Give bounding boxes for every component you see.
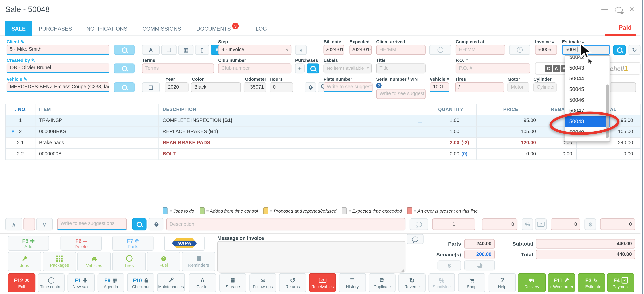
subtotal-input[interactable]: 440.00 [536, 239, 635, 248]
follow-ups-button[interactable]: ✉ Follow-ups [249, 273, 276, 292]
move-down-button[interactable]: ∨ [36, 218, 53, 230]
exit-button[interactable]: F12✕ Exit [8, 273, 36, 292]
created-by-search-button[interactable] [114, 64, 135, 74]
tab-documents[interactable]: DOCUMENTS [196, 26, 231, 32]
napa-button[interactable]: NAPA [164, 236, 204, 251]
description-input[interactable]: Description [166, 218, 406, 230]
quantity-input[interactable]: 1 [432, 218, 476, 230]
serial-vin-input[interactable]: Write to see suggesti [376, 89, 426, 99]
estimate-button[interactable]: F3✎ + Estimate [578, 273, 605, 292]
returns-button[interactable]: ↺ Returns [279, 273, 306, 292]
tab-notifications[interactable]: NOTIFICATIONS [86, 26, 128, 32]
tires-input[interactable]: / [455, 82, 504, 92]
item-suggestions-input[interactable]: Write to see suggestions [57, 218, 127, 230]
year-input[interactable]: 2020 [165, 82, 188, 92]
rebate-input[interactable]: 0 [551, 218, 580, 230]
invoice-message-textarea[interactable]: ◢ [217, 241, 406, 272]
car-lot-button[interactable]: A Car lot [189, 273, 216, 292]
help-button[interactable]: ? Help [488, 273, 516, 292]
plate-number-input[interactable]: Write to see suggesti [324, 82, 372, 92]
price-input[interactable]: 0 [482, 218, 517, 230]
reverse-button[interactable]: ↻ Reverse [398, 273, 426, 292]
table-row[interactable]: 2.2 0000000B BOLT 0.00(0) 0.00 0.00 0.00 [6, 149, 640, 160]
delete-line-button[interactable]: F6▬ Delete [60, 236, 102, 251]
serial-help-icon[interactable]: ? [376, 83, 382, 88]
created-by-input[interactable]: OB - Olivier Brunel [6, 64, 110, 74]
agenda-button[interactable]: F9▦ Agenda [98, 273, 124, 292]
color-input[interactable]: Black [191, 82, 241, 92]
table-row[interactable]: 1 TRA-INSP COMPLETE INSPECTION (B1)≣ 1.0… [6, 115, 640, 126]
client-calendar-button[interactable]: ▦ [178, 45, 194, 55]
tab-commissions[interactable]: COMMISSIONS [142, 26, 181, 32]
money-toggle-button[interactable]: $ [438, 260, 461, 270]
completed-at-clock-button[interactable] [509, 45, 530, 55]
history-button[interactable]: ≣ History [339, 273, 366, 292]
vehicles-button[interactable]: Vehicles [77, 252, 110, 271]
reminders-button[interactable]: Reminders [182, 252, 215, 271]
close-icon[interactable]: ✕ [629, 5, 634, 13]
dropdown-option[interactable]: 50046 [565, 95, 610, 105]
duplicate-button[interactable]: ⧉ Duplicate [369, 273, 396, 292]
tab-log[interactable]: LOG [256, 26, 267, 32]
item-header[interactable]: ITEM [35, 104, 159, 115]
chat-icon[interactable] [615, 7, 623, 15]
table-row[interactable]: ▼2 00000BRKS REPLACE BRAKES (B1) 1.00 10… [6, 126, 640, 138]
expander-chevron-icon[interactable]: ▼ [11, 126, 15, 137]
time-control-button[interactable]: Time control [38, 273, 65, 292]
dropdown-option[interactable]: 50044 [565, 73, 610, 84]
client-search-button[interactable] [114, 45, 135, 55]
price-header[interactable]: PRICE [476, 104, 546, 115]
maintenances-button[interactable]: Maintenances [157, 273, 185, 292]
purchases-add-button[interactable]: + [295, 64, 304, 74]
client-note-button[interactable]: ❏ [162, 45, 177, 55]
add-line-button[interactable]: F5✚ Add [8, 236, 49, 251]
receivables-button[interactable]: Receivables [309, 273, 336, 292]
work-order-button[interactable]: F11 + Work order [548, 273, 575, 292]
quantity-header[interactable]: QUANTITY [425, 104, 476, 115]
pie-chart-button[interactable] [464, 260, 495, 270]
fuel-button[interactable]: Fuel [147, 252, 180, 271]
completed-at-input[interactable]: HH:MM [456, 45, 505, 55]
next-step-button[interactable]: » [295, 45, 307, 55]
line-total-input[interactable]: 0 [600, 218, 635, 230]
expected-input[interactable]: 2024-01- [350, 45, 372, 55]
tab-sale[interactable]: SALE [5, 21, 32, 36]
invoice-message-comment-button[interactable] [407, 234, 424, 244]
item-search-button[interactable] [132, 218, 146, 230]
new-sale-button[interactable]: F1✚ New sale [68, 273, 95, 292]
step-select[interactable]: 9 - Invoice∨ [218, 45, 292, 55]
dollar-button[interactable]: $ [584, 218, 596, 230]
checkout-button[interactable]: F10 Checkout [127, 273, 154, 292]
client-input[interactable]: 5 - Mike Smith [6, 45, 110, 55]
jobs-button[interactable]: Jobs [8, 252, 41, 271]
item-tag-button[interactable] [148, 218, 163, 230]
motor-input[interactable]: Motor [508, 82, 529, 92]
client-phone-button[interactable]: ▯ [195, 45, 209, 55]
invoice-number-input[interactable]: 50005 [535, 45, 557, 55]
rebate-money-button[interactable] [535, 218, 546, 230]
move-up-button[interactable]: ∧ [5, 218, 22, 230]
client-arrived-input[interactable]: HH:MM [376, 45, 426, 55]
vehicle-number-input[interactable]: 1001 [430, 82, 449, 92]
created-by-label[interactable]: Created by✎ [6, 58, 35, 63]
bill-date-input[interactable]: 2024-01 [324, 45, 344, 55]
dropdown-option[interactable]: 50045 [565, 84, 610, 95]
extra-input[interactable] [610, 82, 636, 92]
list-icon[interactable]: ≣ [418, 115, 422, 126]
sort-no-header[interactable]: ↓ NO. [6, 104, 36, 115]
packages-button[interactable]: Packages [43, 252, 76, 271]
vehicle-search-button[interactable] [114, 82, 135, 92]
percent-button[interactable]: % [522, 218, 533, 230]
vehicle-label[interactable]: Vehicle✎ [6, 77, 27, 82]
table-row[interactable]: 2.1 Brake pads REAR BRAKE PADS 2.00(-2) … [6, 138, 640, 149]
grand-total-input[interactable]: 440.00 [536, 250, 635, 259]
odometer-input[interactable]: 35071 [244, 82, 266, 92]
vehicle-note-button[interactable]: ❏ [142, 82, 160, 92]
client-arrived-clock-button[interactable] [429, 45, 451, 55]
tag-button[interactable] [304, 82, 316, 92]
tab-purchases[interactable]: PURCHASES [39, 26, 72, 32]
client-road-button[interactable]: A [142, 45, 160, 55]
resize-handle[interactable]: ◢ [401, 268, 404, 272]
hours-input[interactable]: 0 [270, 82, 293, 92]
club-number-input[interactable]: Club number [218, 64, 292, 74]
